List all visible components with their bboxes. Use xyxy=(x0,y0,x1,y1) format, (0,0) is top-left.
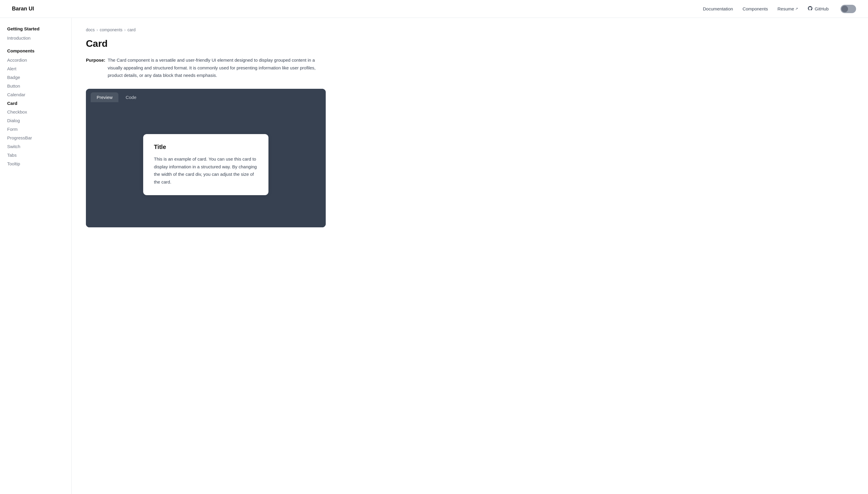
breadcrumb-card: card xyxy=(127,27,135,32)
breadcrumb-sep-1: › xyxy=(97,27,98,32)
sidebar-item-progressbar[interactable]: ProgressBar xyxy=(0,133,71,142)
sidebar-item-checkbox[interactable]: Checkbox xyxy=(0,108,71,116)
main-content: docs › components › card Card Purpose: T… xyxy=(72,18,340,494)
sidebar-item-badge[interactable]: Badge xyxy=(0,73,71,82)
breadcrumb-docs[interactable]: docs xyxy=(86,27,95,32)
sidebar-item-card[interactable]: Card xyxy=(0,99,71,108)
logo[interactable]: Baran UI xyxy=(12,6,34,12)
header: Baran UI Documentation Components Resume… xyxy=(0,0,868,18)
tab-code[interactable]: Code xyxy=(120,92,142,102)
preview-tabs: Preview Code xyxy=(86,89,326,102)
github-icon xyxy=(808,6,813,12)
page-title: Card xyxy=(86,38,326,49)
external-link-icon: ↗ xyxy=(795,7,798,11)
nav-components[interactable]: Components xyxy=(742,6,768,11)
sidebar-item-button[interactable]: Button xyxy=(0,82,71,90)
main-nav: Documentation Components Resume ↗ GitHub xyxy=(703,5,856,13)
card-demo-title: Title xyxy=(154,144,258,150)
breadcrumb: docs › components › card xyxy=(86,27,326,32)
breadcrumb-components[interactable]: components xyxy=(100,27,122,32)
purpose-block: Purpose: The Card component is a versati… xyxy=(86,56,326,79)
nav-github[interactable]: GitHub xyxy=(808,6,829,12)
sidebar-item-alert[interactable]: Alert xyxy=(0,64,71,73)
card-demo-body: This is an example of card. You can use … xyxy=(154,155,258,186)
sidebar-item-accordion[interactable]: Accordion xyxy=(0,56,71,64)
tab-preview[interactable]: Preview xyxy=(91,92,119,102)
nav-documentation[interactable]: Documentation xyxy=(703,6,733,11)
sidebar-item-switch[interactable]: Switch xyxy=(0,142,71,151)
preview-panel: Preview Code Title This is an example of… xyxy=(86,89,326,227)
sidebar-item-tooltip[interactable]: Tooltip xyxy=(0,159,71,168)
purpose-text: The Card component is a versatile and us… xyxy=(108,56,326,79)
sidebar: Getting Started Introduction Components … xyxy=(0,18,72,494)
sidebar-item-calendar[interactable]: Calendar xyxy=(0,90,71,99)
layout: Getting Started Introduction Components … xyxy=(0,18,868,494)
card-demo: Title This is an example of card. You ca… xyxy=(143,134,269,195)
sidebar-item-form[interactable]: Form xyxy=(0,125,71,133)
toggle-knob xyxy=(842,6,848,12)
sidebar-section-getting-started: Getting Started xyxy=(0,25,71,34)
theme-toggle[interactable] xyxy=(840,5,856,13)
sidebar-section-components: Components xyxy=(0,47,71,56)
breadcrumb-sep-2: › xyxy=(124,27,126,32)
sidebar-item-introduction[interactable]: Introduction xyxy=(0,34,71,42)
sidebar-item-tabs[interactable]: Tabs xyxy=(0,151,71,159)
preview-content: Title This is an example of card. You ca… xyxy=(86,102,326,227)
purpose-label: Purpose: xyxy=(86,56,105,79)
sidebar-item-dialog[interactable]: Dialog xyxy=(0,116,71,125)
nav-resume[interactable]: Resume ↗ xyxy=(777,6,798,11)
